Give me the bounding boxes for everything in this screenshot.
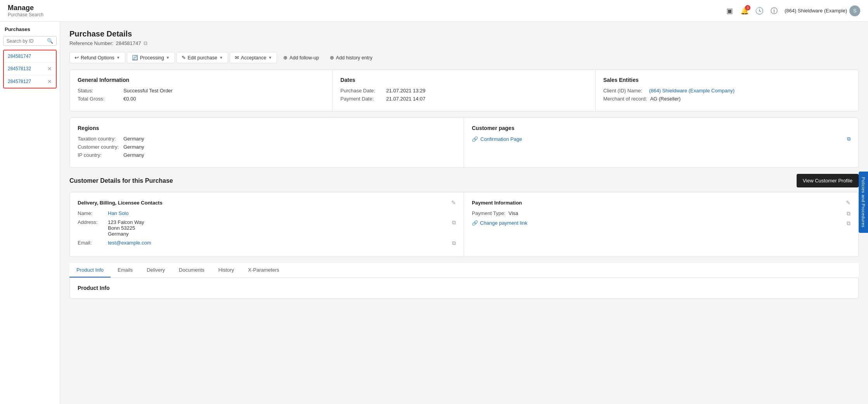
history-entry-label: Add history entry: [336, 55, 372, 61]
name-label: Name:: [78, 210, 105, 216]
add-followup-button[interactable]: ⊕ Add follow-up: [279, 52, 324, 63]
customer-country-row: Customer country: Germany: [78, 144, 456, 150]
link-icon: 🔗: [472, 136, 478, 142]
total-row: Total Gross: €0.00: [78, 96, 324, 102]
customer-pages-section: Customer pages 🔗 Confirmation Page ⧉: [464, 118, 858, 167]
purchase-id: 284578127: [8, 79, 31, 84]
copy-icon[interactable]: ⧉: [847, 220, 851, 227]
edit-icon[interactable]: ✎: [846, 199, 851, 206]
general-info-title: General Information: [78, 77, 324, 83]
search-box[interactable]: 🔍: [3, 36, 57, 46]
reference-label: Reference Number:: [69, 40, 113, 46]
change-payment-link[interactable]: 🔗 Change payment link: [472, 220, 527, 226]
copy-icon[interactable]: ⧉: [847, 210, 851, 217]
taxation-label: Taxation country:: [78, 136, 120, 142]
help-icon[interactable]: ⓘ: [770, 7, 778, 15]
tab-documents[interactable]: Documents: [172, 263, 211, 277]
info-grid: General Information Status: Successful T…: [69, 69, 859, 111]
status-row: Status: Successful Test Order: [78, 88, 324, 94]
name-row: Name: Han Solo: [78, 210, 456, 216]
status-value: Successful Test Order: [123, 88, 173, 94]
app-title: Manage: [8, 4, 43, 12]
edit-purchase-button[interactable]: ✎ Edit purchase ▼: [177, 52, 228, 63]
copy-icon[interactable]: ⧉: [452, 240, 456, 246]
copy-icon[interactable]: ⧉: [144, 40, 147, 47]
reference-number: 284581747: [116, 40, 141, 46]
refund-options-button[interactable]: ↩ Refund Options ▼: [69, 52, 125, 63]
plus-icon: ⊕: [283, 55, 288, 61]
payment-date-label: Payment Date:: [340, 96, 383, 102]
product-info-title: Product Info: [78, 285, 851, 291]
header-branding: Manage Purchase Search: [8, 4, 43, 18]
status-label: Status:: [78, 88, 120, 94]
copy-icon[interactable]: ⧉: [847, 136, 851, 142]
merchant-value: AG (Reseller): [650, 96, 681, 102]
followup-label: Add follow-up: [289, 55, 319, 61]
purchase-date-value: 21.07.2021 13:29: [386, 88, 425, 94]
notifications-icon[interactable]: 🔔 3: [740, 7, 749, 15]
processing-icon: 🔄: [132, 55, 138, 61]
tab-delivery[interactable]: Delivery: [140, 263, 172, 277]
customer-details-title: Customer Details for this Purchase: [69, 177, 173, 184]
processing-label: Processing: [140, 55, 164, 61]
main-content: Purchase Details Reference Number: 28458…: [60, 22, 868, 404]
name-value[interactable]: Han Solo: [108, 210, 456, 216]
total-label: Total Gross:: [78, 96, 120, 102]
copy-icon[interactable]: ⧉: [452, 219, 456, 226]
customer-country-value: Germany: [123, 144, 144, 150]
search-icon: 🔍: [47, 38, 53, 44]
dates-title: Dates: [340, 77, 587, 83]
search-input[interactable]: [7, 38, 47, 44]
tab-emails[interactable]: Emails: [111, 263, 140, 277]
merchant-row: Merchant of record: AG (Reseller): [603, 96, 851, 102]
delivery-billing-title: Delivery, Billing, Licensee Contacts: [78, 200, 163, 206]
sales-entities-title: Sales Entities: [603, 77, 851, 83]
chevron-down-icon: ▼: [219, 55, 223, 60]
list-item[interactable]: 284581747: [4, 50, 56, 62]
general-info-section: General Information Status: Successful T…: [70, 70, 333, 111]
close-icon[interactable]: ✕: [47, 78, 52, 85]
payment-info-section: Payment Information ✎ Payment Type: Visa…: [464, 192, 858, 257]
policies-tab[interactable]: Policies and Procedures: [859, 171, 868, 232]
sidebar: Purchases 🔍 284581747 284578132 ✕ 284578…: [0, 22, 60, 404]
address-row: Address: 123 Falcon Way Bonn 53225 Germa…: [78, 219, 456, 237]
tab-x-parameters[interactable]: X-Parameters: [241, 263, 286, 277]
change-payment-row: 🔗 Change payment link ⧉: [472, 220, 851, 227]
tab-product-info[interactable]: Product Info: [69, 263, 111, 277]
close-icon[interactable]: ✕: [47, 66, 52, 72]
confirmation-page-link[interactable]: 🔗 Confirmation Page ⧉: [472, 136, 851, 142]
address-line3: Germany: [108, 231, 449, 237]
customer-country-label: Customer country:: [78, 144, 120, 150]
dates-section: Dates Purchase Date: 21.07.2021 13:29 Pa…: [333, 70, 595, 111]
chevron-down-icon: ▼: [116, 55, 120, 60]
address-label: Address:: [78, 219, 105, 225]
email-value[interactable]: test@example.com: [108, 240, 449, 246]
reference-row: Reference Number: 284581747 ⧉: [69, 40, 859, 47]
processing-button[interactable]: 🔄 Processing ▼: [127, 52, 175, 63]
acceptance-label: Acceptance: [241, 55, 266, 61]
link-icon: 🔗: [472, 220, 478, 226]
list-item[interactable]: 284578127 ✕: [4, 75, 56, 88]
clock-icon[interactable]: 🕓: [755, 7, 764, 15]
purchase-id: 284578132: [8, 66, 31, 71]
change-payment-label: Change payment link: [480, 220, 527, 226]
client-value[interactable]: (864) Shieldware (Example Company): [649, 88, 735, 94]
list-item[interactable]: 284578132 ✕: [4, 62, 56, 75]
app-subtitle: Purchase Search: [8, 12, 43, 17]
view-customer-profile-button[interactable]: View Customer Profile: [797, 174, 859, 187]
edit-icon[interactable]: ✎: [451, 199, 456, 206]
tab-history[interactable]: History: [211, 263, 241, 277]
edit-icon: ✎: [182, 55, 186, 61]
user-name: (864) Shieldware (Example): [785, 8, 847, 14]
payment-info-title: Payment Information: [472, 200, 522, 206]
address-line1: 123 Falcon Way: [108, 219, 449, 225]
address-value: 123 Falcon Way Bonn 53225 Germany: [108, 219, 449, 237]
acceptance-button[interactable]: ✉ Acceptance ▼: [230, 52, 277, 63]
avatar: S: [849, 5, 860, 16]
add-history-entry-button[interactable]: ⊕ Add history entry: [325, 52, 377, 63]
clipboard-icon[interactable]: ▣: [726, 7, 734, 15]
user-menu[interactable]: (864) Shieldware (Example) S: [785, 5, 860, 16]
header: Manage Purchase Search ▣ 🔔 3 🕓 ⓘ (864) S…: [0, 0, 868, 22]
taxation-value: Germany: [123, 136, 144, 142]
purchase-date-row: Purchase Date: 21.07.2021 13:29: [340, 88, 587, 94]
